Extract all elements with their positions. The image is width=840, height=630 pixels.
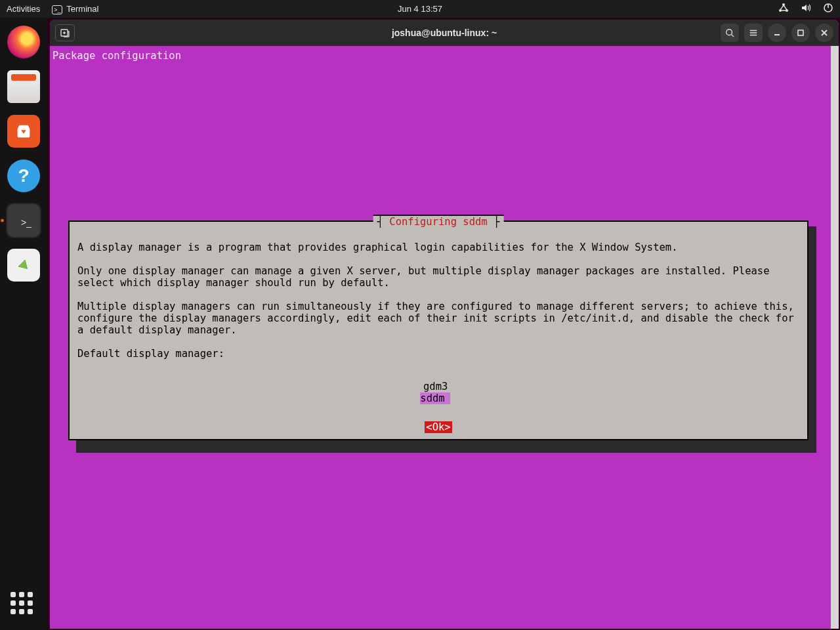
dialog-option-gdm3[interactable]: gdm3 xyxy=(423,381,453,392)
terminal-icon: >_ xyxy=(52,5,62,14)
dialog-prompt: Default display manager: xyxy=(77,348,224,360)
terminal-titlebar: joshua@ubuntu-linux: ~ xyxy=(50,20,839,46)
show-applications-button[interactable] xyxy=(10,592,37,618)
dialog-paragraph-3: Multiple display managers can run simult… xyxy=(77,301,800,336)
dock-item-trash[interactable] xyxy=(7,249,40,282)
volume-icon[interactable] xyxy=(801,3,811,15)
terminal-window: joshua@ubuntu-linux: ~ Package configura… xyxy=(50,20,839,629)
current-app-menu[interactable]: >_Terminal xyxy=(52,4,98,14)
debconf-dialog: ┤ Configuring sddm ├ A display manager i… xyxy=(68,220,808,440)
dialog-title: Configuring sddm xyxy=(383,216,494,228)
dialog-paragraph-1: A display manager is a program that prov… xyxy=(77,242,678,253)
dock-item-firefox[interactable] xyxy=(7,26,40,58)
dialog-options: gdm3 sddm xyxy=(70,381,807,404)
dock-item-files[interactable] xyxy=(7,70,40,103)
terminal-viewport[interactable]: Package configuration ┤ Configuring sddm… xyxy=(50,46,839,629)
dock-item-terminal[interactable]: >_ xyxy=(7,204,40,237)
package-config-header: Package configuration xyxy=(52,50,181,62)
gnome-topbar: Activities >_Terminal Jun 4 13:57 xyxy=(0,0,840,18)
activities-button[interactable]: Activities xyxy=(7,4,40,14)
dock-item-help[interactable]: ? xyxy=(7,159,40,192)
dock: ? >_ xyxy=(0,18,47,630)
clock[interactable]: Jun 4 13:57 xyxy=(0,4,840,14)
dialog-option-sddm[interactable]: sddm xyxy=(420,392,450,404)
dialog-ok-button[interactable]: <Ok> xyxy=(425,421,452,433)
power-icon[interactable] xyxy=(823,3,833,15)
terminal-scrollbar[interactable] xyxy=(831,46,839,629)
dock-item-software[interactable] xyxy=(7,115,40,148)
dialog-paragraph-2: Only one display manager can manage a gi… xyxy=(77,265,776,289)
network-icon[interactable] xyxy=(778,3,789,15)
window-title: joshua@ubuntu-linux: ~ xyxy=(50,28,839,38)
